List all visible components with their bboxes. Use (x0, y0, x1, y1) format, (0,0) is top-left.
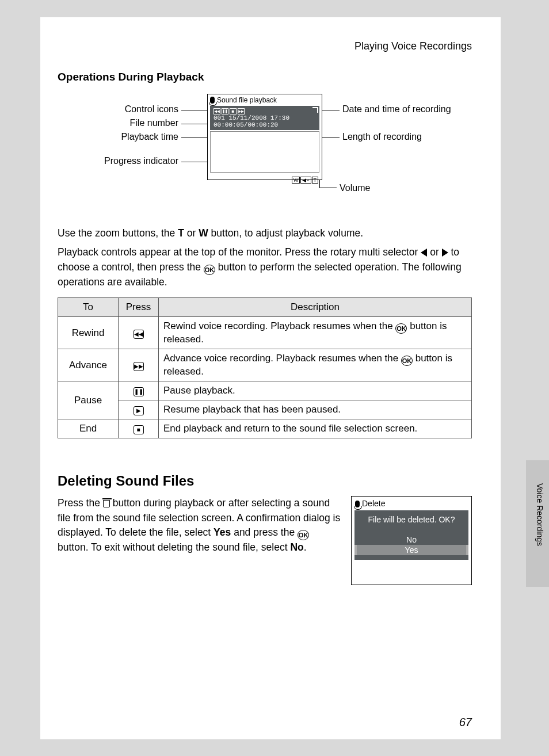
file-number-line: 001 15/11/2008 17:30 (214, 114, 316, 121)
label-playback-time: Playback time (81, 132, 178, 142)
play-icon: ▶ (134, 406, 144, 415)
rewind-icon: ◀◀ (134, 330, 144, 339)
playback-screen: Sound file playback ◀◀❚❚■▶▶ 001 15/11/20… (207, 94, 322, 180)
time-line: 00:00:05/00:00:20 (214, 121, 316, 128)
stop-icon: ■ (134, 425, 144, 434)
screen-title: Sound file playback (208, 94, 322, 106)
label-control-icons: Control icons (81, 104, 178, 114)
ok-button-icon: OK (401, 356, 413, 366)
table-row: Rewind ◀◀ Rewind voice recording. Playba… (58, 317, 472, 349)
left-arrow-icon (421, 249, 427, 257)
table-row: Advance ▶▶ Advance voice recording. Play… (58, 349, 472, 381)
pause-icon: ❚❚ (134, 387, 144, 396)
table-row: Pause ❚❚ Pause playback. (58, 381, 472, 400)
ok-button-icon: OK (204, 265, 215, 275)
volume-row: W◀»T (208, 173, 322, 184)
th-desc: Description (159, 298, 472, 317)
operations-table: To Press Description Rewind ◀◀ Rewind vo… (58, 297, 472, 438)
page-header: Playing Voice Recordings (58, 40, 472, 52)
label-date-time: Date and time of recording (342, 104, 451, 114)
section-title: Operations During Playback (58, 71, 472, 83)
page-number: 67 (459, 716, 472, 729)
label-length: Length of recording (342, 132, 422, 142)
control-icons-row: ◀◀❚❚■▶▶ (214, 108, 245, 114)
section-title-2: Deleting Sound Files (58, 473, 472, 489)
th-press: Press (119, 298, 159, 317)
playback-diagram: Control icons File number Playback time … (58, 94, 472, 215)
advance-icon: ▶▶ (134, 362, 144, 371)
paragraph-2: Playback controls appear at the top of t… (58, 245, 472, 289)
sound-icon (210, 97, 215, 104)
label-volume: Volume (340, 183, 370, 193)
right-arrow-icon (442, 249, 448, 257)
paragraph-1: Use the zoom buttons, the T or W button,… (58, 226, 472, 240)
table-row: End ■ End playback and return to the sou… (58, 419, 472, 438)
delete-title: Delete (352, 497, 471, 510)
label-progress: Progress indicator (75, 156, 178, 166)
delete-paragraph: Press the button during playback or afte… (58, 496, 341, 585)
mic-icon (355, 501, 360, 507)
delete-message: File will be deleted. OK? (358, 515, 465, 524)
delete-dialog-screen: Delete File will be deleted. OK? No Yes (351, 496, 472, 585)
label-file-number: File number (81, 118, 178, 128)
ok-button-icon: OK (395, 323, 407, 334)
trash-icon (103, 500, 110, 507)
page-content: Playing Voice Recordings Operations Duri… (40, 17, 501, 739)
option-no[interactable]: No (358, 534, 465, 545)
ok-button-icon: OK (298, 530, 309, 540)
option-yes[interactable]: Yes (354, 545, 468, 555)
table-row: ▶ Resume playback that has been paused. (58, 400, 472, 419)
section-tab-label: Voice Recordings (535, 483, 544, 546)
th-to: To (58, 298, 119, 317)
